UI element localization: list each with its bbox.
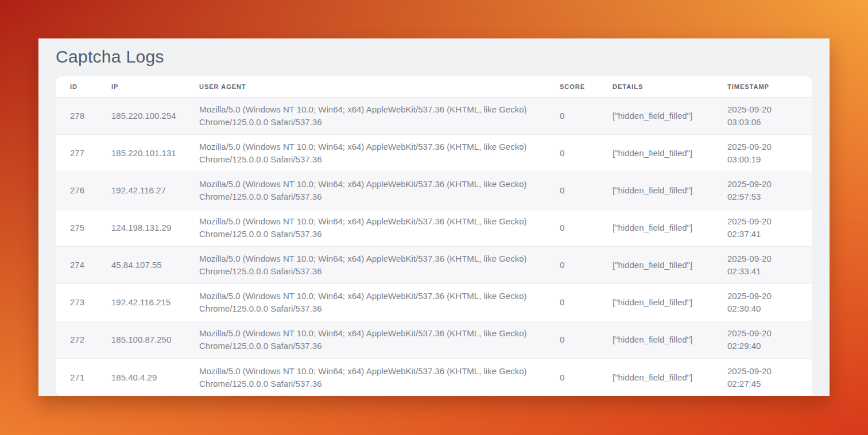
cell-timestamp: 2025-09-20 02:30:40 — [727, 284, 812, 321]
column-header-timestamp: TIMESTAMP — [727, 76, 812, 98]
cell-user-agent: Mozilla/5.0 (Windows NT 10.0; Win64; x64… — [199, 209, 560, 247]
cell-score: 0 — [560, 98, 613, 135]
cell-score: 0 — [560, 359, 613, 396]
cell-timestamp: 2025-09-20 02:33:41 — [727, 247, 812, 284]
cell-ip: 192.42.116.215 — [111, 284, 199, 321]
cell-details: ["hidden_field_filled"] — [613, 209, 727, 247]
cell-details: ["hidden_field_filled"] — [613, 321, 727, 359]
cell-score: 0 — [560, 209, 613, 247]
cell-user-agent: Mozilla/5.0 (Windows NT 10.0; Win64; x64… — [199, 359, 560, 396]
cell-timestamp: 2025-09-20 03:00:19 — [727, 135, 812, 172]
logs-table: ID IP USER AGENT SCORE DETAILS TIMESTAMP… — [56, 76, 812, 396]
table-body: 278185.220.100.254Mozilla/5.0 (Windows N… — [56, 98, 812, 396]
table-header: ID IP USER AGENT SCORE DETAILS TIMESTAMP — [56, 76, 812, 98]
table-row: 27445.84.107.55Mozilla/5.0 (Windows NT 1… — [56, 247, 812, 284]
cell-ip: 45.84.107.55 — [111, 247, 199, 284]
cell-user-agent: Mozilla/5.0 (Windows NT 10.0; Win64; x64… — [199, 135, 560, 172]
cell-id: 272 — [56, 321, 111, 359]
cell-timestamp: 2025-09-20 03:03:06 — [727, 98, 812, 135]
table-row: 275124.198.131.29Mozilla/5.0 (Windows NT… — [56, 209, 812, 247]
cell-details: ["hidden_field_filled"] — [613, 284, 727, 321]
cell-id: 273 — [56, 284, 111, 321]
cell-user-agent: Mozilla/5.0 (Windows NT 10.0; Win64; x64… — [199, 247, 560, 284]
cell-ip: 185.220.101.131 — [111, 135, 199, 172]
column-header-ip: IP — [111, 76, 199, 98]
cell-timestamp: 2025-09-20 02:57:53 — [727, 172, 812, 209]
cell-details: ["hidden_field_filled"] — [613, 172, 727, 209]
cell-timestamp: 2025-09-20 02:29:40 — [727, 321, 812, 359]
cell-score: 0 — [560, 284, 613, 321]
column-header-score: SCORE — [560, 76, 613, 98]
logs-table-container: ID IP USER AGENT SCORE DETAILS TIMESTAMP… — [56, 76, 812, 396]
cell-details: ["hidden_field_filled"] — [613, 135, 727, 172]
cell-score: 0 — [560, 135, 613, 172]
cell-id: 274 — [56, 247, 111, 284]
column-header-details: DETAILS — [613, 76, 727, 98]
table-row: 271185.40.4.29Mozilla/5.0 (Windows NT 10… — [56, 359, 812, 396]
page-title: Captcha Logs — [56, 46, 812, 68]
cell-user-agent: Mozilla/5.0 (Windows NT 10.0; Win64; x64… — [199, 321, 560, 359]
cell-id: 276 — [56, 172, 111, 209]
cell-details: ["hidden_field_filled"] — [613, 98, 727, 135]
cell-id: 275 — [56, 209, 111, 247]
cell-ip: 124.198.131.29 — [111, 209, 199, 247]
cell-ip: 185.100.87.250 — [111, 321, 199, 359]
cell-user-agent: Mozilla/5.0 (Windows NT 10.0; Win64; x64… — [199, 172, 560, 209]
cell-user-agent: Mozilla/5.0 (Windows NT 10.0; Win64; x64… — [199, 284, 560, 321]
cell-id: 271 — [56, 359, 111, 396]
cell-score: 0 — [560, 321, 613, 359]
cell-score: 0 — [560, 247, 613, 284]
table-row: 277185.220.101.131Mozilla/5.0 (Windows N… — [56, 135, 812, 172]
cell-score: 0 — [560, 172, 613, 209]
column-header-id: ID — [56, 76, 111, 98]
table-row: 276192.42.116.27Mozilla/5.0 (Windows NT … — [56, 172, 812, 209]
cell-user-agent: Mozilla/5.0 (Windows NT 10.0; Win64; x64… — [199, 98, 560, 135]
table-row: 272185.100.87.250Mozilla/5.0 (Windows NT… — [56, 321, 812, 359]
table-header-row: ID IP USER AGENT SCORE DETAILS TIMESTAMP — [56, 76, 812, 98]
cell-timestamp: 2025-09-20 02:37:41 — [727, 209, 812, 247]
cell-details: ["hidden_field_filled"] — [613, 359, 727, 396]
cell-ip: 185.40.4.29 — [111, 359, 199, 396]
cell-ip: 192.42.116.27 — [111, 172, 199, 209]
cell-details: ["hidden_field_filled"] — [613, 247, 727, 284]
table-row: 278185.220.100.254Mozilla/5.0 (Windows N… — [56, 98, 812, 135]
cell-id: 278 — [56, 98, 111, 135]
table-row: 273192.42.116.215Mozilla/5.0 (Windows NT… — [56, 284, 812, 321]
column-header-user-agent: USER AGENT — [199, 76, 560, 98]
cell-id: 277 — [56, 135, 111, 172]
cell-timestamp: 2025-09-20 02:27:45 — [727, 359, 812, 396]
captcha-logs-card: Captcha Logs ID IP USER AGENT SCORE DETA… — [38, 38, 830, 396]
cell-ip: 185.220.100.254 — [111, 98, 199, 135]
